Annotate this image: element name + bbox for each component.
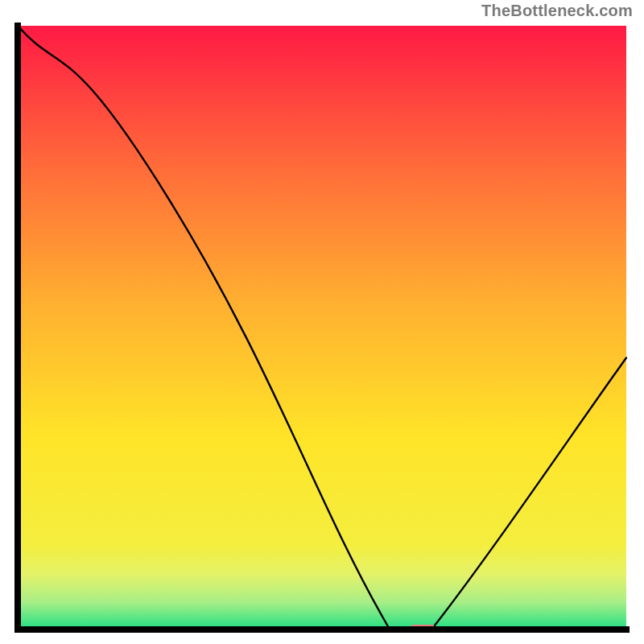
gradient-background (18, 26, 626, 630)
bottleneck-chart (14, 23, 630, 633)
chart-svg (14, 23, 630, 633)
watermark-text: TheBottleneck.com (481, 2, 633, 20)
